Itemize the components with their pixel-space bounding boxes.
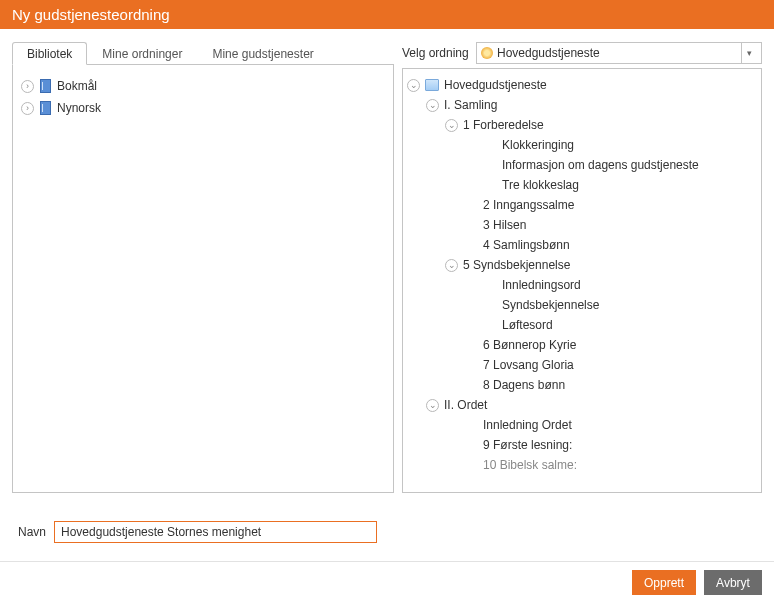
ordning-dropdown[interactable]: Hovedgudstjeneste ▾ [476,42,762,64]
chevron-right-icon[interactable]: › [21,102,34,115]
avbryt-button[interactable]: Avbryt [704,570,762,595]
tree-node-label: 8 Dagens bønn [483,375,565,395]
tree-node[interactable]: Innledningsord [407,275,757,295]
ordning-tree: ⌄Hovedgudstjeneste⌄I. Samling⌄1 Forbered… [402,68,762,493]
tree-node-label: II. Ordet [444,395,487,415]
ordning-tree-scroll[interactable]: ⌄Hovedgudstjeneste⌄I. Samling⌄1 Forbered… [403,69,761,492]
folder-icon [425,79,439,91]
tree-node-label: Klokkeringing [502,135,574,155]
tree-node-label: 9 Første lesning: [483,435,572,455]
tree-node[interactable]: Tre klokkeslag [407,175,757,195]
tree-node[interactable]: Klokkeringing [407,135,757,155]
tree-node-label: 4 Samlingsbønn [483,235,570,255]
tree-node[interactable]: ⌄5 Syndsbekjennelse [407,255,757,275]
tree-node-label: 10 Bibelsk salme: [483,455,577,475]
tree-node[interactable]: 10 Bibelsk salme: [407,455,757,475]
navn-input[interactable] [54,521,377,543]
tree-node[interactable]: 9 Første lesning: [407,435,757,455]
tree-node-label: 5 Syndsbekjennelse [463,255,570,275]
sun-icon [481,47,493,59]
tree-node-label: 7 Lovsang Gloria [483,355,574,375]
library-row-nynorsk[interactable]: › Nynorsk [21,97,385,119]
tree-node[interactable]: 8 Dagens bønn [407,375,757,395]
tree-node[interactable]: 6 Bønnerop Kyrie [407,335,757,355]
chevron-down-icon[interactable]: ▾ [741,43,757,63]
chevron-down-icon[interactable]: ⌄ [426,99,439,112]
tree-node-label: 1 Forberedelse [463,115,544,135]
library-row-bokmal[interactable]: › Bokmål [21,75,385,97]
opprett-button[interactable]: Opprett [632,570,696,595]
tree-node-label: 6 Bønnerop Kyrie [483,335,576,355]
title-bar: Ny gudstjenesteordning [0,0,774,29]
chevron-right-icon[interactable]: › [21,80,34,93]
navn-label: Navn [18,525,46,539]
library-row-label: Bokmål [57,77,97,95]
tree-node[interactable]: 7 Lovsang Gloria [407,355,757,375]
tree-node-label: 2 Inngangssalme [483,195,574,215]
velg-ordning-label: Velg ordning [402,46,470,60]
tree-node-label: Løftesord [502,315,553,335]
chevron-down-icon[interactable]: ⌄ [407,79,420,92]
tree-node-label: Tre klokkeslag [502,175,579,195]
tree-node[interactable]: ⌄II. Ordet [407,395,757,415]
dialog-footer: Opprett Avbryt [0,561,774,596]
book-icon [40,101,51,115]
tree-node[interactable]: Løftesord [407,315,757,335]
tree-node-label: I. Samling [444,95,497,115]
tab-mine-ordninger[interactable]: Mine ordninger [87,42,197,65]
tree-node-label: Hovedgudstjeneste [444,75,547,95]
tree-node-label: 3 Hilsen [483,215,526,235]
window-title: Ny gudstjenesteordning [12,6,170,23]
chevron-down-icon[interactable]: ⌄ [445,119,458,132]
library-tabs: Bibliotek Mine ordninger Mine gudstjenes… [12,41,394,65]
chevron-down-icon[interactable]: ⌄ [426,399,439,412]
library-row-label: Nynorsk [57,99,101,117]
tab-mine-gudstjenester[interactable]: Mine gudstjenester [197,42,328,65]
tree-node-label: Innledning Ordet [483,415,572,435]
book-icon [40,79,51,93]
tab-bibliotek[interactable]: Bibliotek [12,42,87,65]
tree-node[interactable]: ⌄1 Forberedelse [407,115,757,135]
tree-node[interactable]: 3 Hilsen [407,215,757,235]
tree-node[interactable]: 4 Samlingsbønn [407,235,757,255]
tree-node[interactable]: Syndsbekjennelse [407,295,757,315]
tree-node[interactable]: 2 Inngangssalme [407,195,757,215]
ordning-selected: Hovedgudstjeneste [497,46,737,60]
tree-node-label: Informasjon om dagens gudstjeneste [502,155,699,175]
library-panel: › Bokmål › Nynorsk [12,65,394,493]
tree-node[interactable]: ⌄Hovedgudstjeneste [407,75,757,95]
chevron-down-icon[interactable]: ⌄ [445,259,458,272]
tree-node-label: Syndsbekjennelse [502,295,599,315]
tree-node-label: Innledningsord [502,275,581,295]
tree-node[interactable]: Informasjon om dagens gudstjeneste [407,155,757,175]
tree-node[interactable]: Innledning Ordet [407,415,757,435]
tree-node[interactable]: ⌄I. Samling [407,95,757,115]
